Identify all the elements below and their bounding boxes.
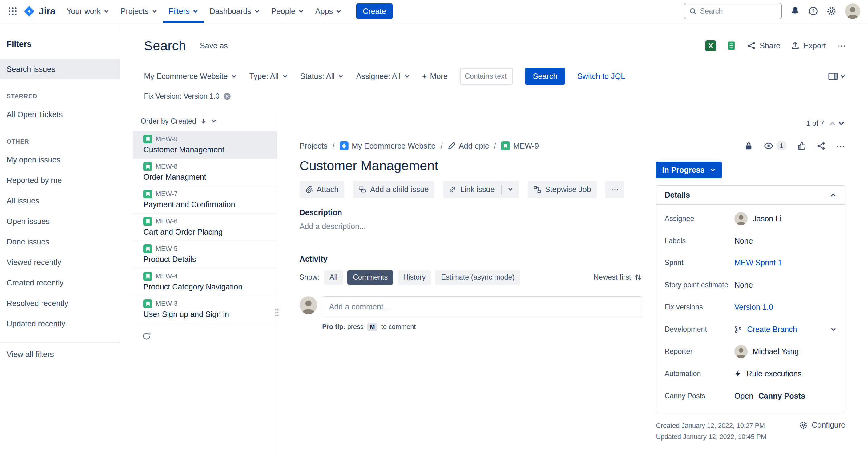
sidebar-item-search-issues[interactable]: Search issues [0,59,120,80]
status-dropdown[interactable]: In Progress [656,162,722,179]
status-filter-dropdown[interactable]: Status: All [300,72,344,81]
share-button[interactable]: Share [747,41,780,50]
canny-posts-link[interactable]: Canny Posts [758,392,805,400]
assignee-filter-dropdown[interactable]: Assignee: All [356,72,410,81]
nav-item-people[interactable]: People [266,0,310,23]
chevron-down-icon [211,118,217,124]
save-as-button[interactable]: Save as [200,41,228,50]
breadcrumb-project-link[interactable]: My Ecommerce Website [340,142,436,150]
sidebar-item-viewed-recently[interactable]: Viewed recently [0,252,120,273]
share-issue-button[interactable] [816,142,826,150]
tab-estimate[interactable]: Estimate (async mode) [435,271,520,285]
restrict-access-button[interactable] [744,142,753,150]
sidebar-item-reported-by-me[interactable]: Reported by me [0,170,120,191]
reporter-name[interactable]: Michael Yang [752,347,799,356]
page-more-actions-button[interactable]: ⋯ [837,41,846,51]
pager: 1 of 7 [300,119,845,127]
description-placeholder[interactable]: Add a description... [300,222,642,231]
sidebar-item-all-issues[interactable]: All issues [0,191,120,211]
automation-value[interactable]: Rule executions [746,369,802,378]
view-layout-toggle[interactable] [828,73,846,80]
remove-chip-icon[interactable] [223,92,231,100]
create-branch-link[interactable]: Create Branch [747,325,797,334]
issue-title: Order Managment [144,172,270,182]
link-issue-button[interactable]: Link issue [443,181,519,198]
pager-next-button[interactable] [838,120,845,127]
attach-button[interactable]: Attach [300,181,344,198]
issue-list-row[interactable]: MEW-3 User Sign up and Sign in [133,295,276,323]
watch-button[interactable]: 1 [764,141,787,151]
sidebar-item-resolved-recently[interactable]: Resolved recently [0,293,120,314]
app-switcher-button[interactable] [4,3,21,20]
breadcrumb-projects-link[interactable]: Projects [300,142,328,150]
global-search[interactable] [684,3,781,19]
notifications-button[interactable] [790,6,800,16]
issue-list-row[interactable]: MEW-6 Cart and Order Placing [133,213,276,241]
create-button[interactable]: Create [356,3,393,19]
issue-list-row[interactable]: MEW-5 Product Details [133,241,276,268]
primary-navigation: Your work Projects Filters Dashboards Pe… [61,0,347,23]
story-points-value[interactable]: None [734,281,753,289]
tab-history[interactable]: History [398,271,431,285]
chevron-down-icon[interactable] [830,326,837,333]
nav-item-apps[interactable]: Apps [310,0,347,23]
switch-to-jql-link[interactable]: Switch to JQL [577,72,625,81]
column-resize-handle[interactable] [275,308,279,317]
tab-all[interactable]: All [324,271,343,285]
user-avatar[interactable] [845,3,860,19]
story-icon [144,245,152,253]
fix-version-link[interactable]: Version 1.0 [734,303,773,312]
export-button[interactable]: Export [791,41,826,50]
toolbar-more-button[interactable]: ⋯ [606,181,624,198]
contains-text-input[interactable] [460,68,513,85]
add-epic-button[interactable]: Add epic [448,142,489,150]
issue-list-row[interactable]: MEW-8 Order Managment [133,159,276,186]
sprint-link[interactable]: MEW Sprint 1 [734,258,782,267]
export-excel-icon[interactable]: X [706,40,716,51]
like-button[interactable] [797,142,806,150]
chevron-down-icon[interactable] [507,186,514,192]
issue-list-row[interactable]: MEW-4 Product Category Navigation [133,268,276,295]
type-filter-dropdown[interactable]: Type: All [249,72,288,81]
issue-more-actions-button[interactable]: ⋯ [836,141,845,151]
pager-prev-button[interactable] [829,120,836,127]
sidebar-item-done-issues[interactable]: Done issues [0,231,120,252]
sidebar-item-open-issues[interactable]: Open issues [0,211,120,232]
tab-comments[interactable]: Comments [347,271,393,285]
refresh-button[interactable] [142,332,151,341]
add-child-issue-button[interactable]: Add a child issue [353,181,434,198]
sidebar-item-all-open-tickets[interactable]: All Open Tickets [0,104,120,125]
breadcrumb-issue-key[interactable]: MEW-9 [501,142,539,150]
issue-list-row[interactable]: MEW-9 Customer Management [133,131,276,159]
nav-item-filters[interactable]: Filters [163,0,204,23]
nav-item-dashboards[interactable]: Dashboards [204,0,266,23]
sidebar-item-updated-recently[interactable]: Updated recently [0,313,120,334]
global-search-input[interactable] [700,7,777,16]
issue-list-row[interactable]: MEW-7 Payment and Confirmation [133,186,276,213]
order-by-dropdown[interactable]: Order by Created [133,113,216,131]
jira-logo[interactable]: Jira [21,5,61,18]
more-filters-button[interactable]: + More [422,72,448,81]
field-automation: Automation Rule executions [664,363,837,385]
settings-button[interactable] [827,6,836,16]
pro-tip-rest: to comment [381,323,416,331]
sort-order-button[interactable]: Newest first [594,273,642,281]
configure-button[interactable]: Configure [799,421,845,429]
details-panel-header[interactable]: Details [656,186,845,205]
sidebar-item-created-recently[interactable]: Created recently [0,273,120,293]
project-filter-dropdown[interactable]: My Ecommerce Website [144,72,237,81]
labels-value[interactable]: None [734,236,753,246]
fix-version-chip[interactable]: Fix Version: Version 1.0 [144,92,231,101]
assignee-name[interactable]: Jason Li [752,214,781,223]
stepwise-job-button[interactable]: Stepwise Job [528,181,596,198]
breadcrumb: Projects / My Ecommerce Website / Add ep… [300,142,539,150]
comment-input[interactable] [322,296,642,317]
export-sheets-icon[interactable] [726,40,736,51]
search-submit-button[interactable]: Search [525,68,565,85]
nav-item-your-work[interactable]: Your work [61,0,115,23]
view-all-filters-link[interactable]: View all filters [0,343,120,366]
nav-label: Apps [315,7,333,16]
sidebar-item-my-open-issues[interactable]: My open issues [0,149,120,170]
nav-item-projects[interactable]: Projects [115,0,163,23]
help-button[interactable]: ? [808,6,818,16]
